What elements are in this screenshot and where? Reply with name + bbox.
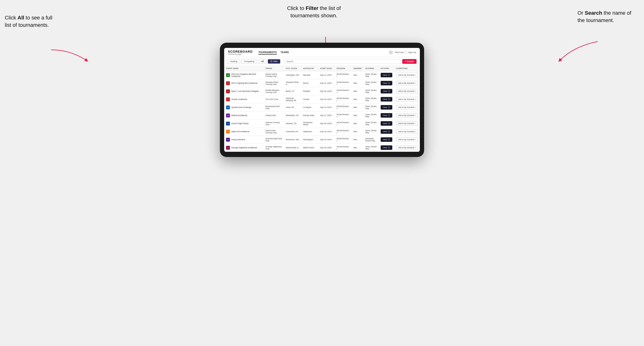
event-name: Temple Invitational: [231, 98, 247, 100]
competing-cell: Add to My Schedule +: [394, 128, 420, 136]
tab-hosting[interactable]: Hosting: [228, 59, 240, 64]
team-logo: W: [226, 138, 230, 142]
event-name-cell: F Ryan T. Lee Memorial Collegiate: [226, 89, 262, 93]
search-input[interactable]: [284, 59, 401, 64]
table-row: V Valpo Fall Invitational Sand Creek Cou…: [224, 128, 420, 136]
add-to-schedule-button[interactable]: Add to My Schedule +: [396, 145, 418, 150]
actions-cell: View ⓘ: [379, 103, 394, 111]
col-header-division: DIVISION: [335, 66, 352, 71]
actions-cell: View ⓘ: [379, 87, 394, 95]
actions-cell: View ⓘ: [379, 128, 394, 136]
venue-cell: Olympia Fields Country Club: [264, 79, 284, 87]
division-cell: NCAA Division I: [335, 111, 352, 120]
nav-teams[interactable]: TEAMS: [281, 50, 289, 54]
info-icon: ⓘ: [388, 106, 390, 109]
scoring-cell: Team, Stroke Play: [364, 144, 379, 152]
team-logo: W: [226, 114, 230, 117]
venue-cell: Chicago Highlands Club: [264, 144, 284, 152]
table-row: F Ryan T. Lee Memorial Collegiate Shuttl…: [224, 87, 420, 95]
actions-cell: View ⓘ: [379, 95, 394, 103]
scoring-cell: Team, Stroke Play: [364, 128, 379, 136]
table-row: I OFCC Fighting Illini Invitational Olym…: [224, 79, 420, 87]
table-header-row: EVENT NAME VENUE CITY, STATE HOSTED BY S…: [224, 66, 420, 71]
view-button[interactable]: View ⓘ: [381, 113, 392, 118]
city-cell: Huntington, WV: [284, 71, 301, 79]
city-cell: Victor, NY: [284, 103, 301, 111]
event-name: Upstate Dual Challenge: [231, 106, 252, 108]
city-cell: Bremerton, WA: [284, 136, 301, 144]
venue-cell: The 1912 Club: [264, 95, 284, 103]
event-name-cell: U Upstate Dual Challenge: [226, 106, 262, 109]
add-to-schedule-button[interactable]: Add to My Schedule +: [396, 137, 418, 142]
annotation-topleft: Click All to see a full list of tourname…: [5, 14, 57, 29]
add-to-schedule-button[interactable]: Add to My Schedule +: [396, 89, 418, 93]
view-button[interactable]: View ⓘ: [381, 105, 392, 110]
actions-cell: View ⓘ: [379, 79, 394, 87]
add-to-schedule-button[interactable]: Add to My Schedule +: [396, 121, 418, 126]
arrow-all: [51, 47, 92, 64]
start-date-cell: Sep 18, 2023: [318, 120, 335, 128]
hosted-by-cell: Kansas State: [301, 111, 318, 120]
competing-cell: Add to My Schedule +: [394, 111, 420, 120]
info-icon: ⓘ: [388, 74, 390, 76]
event-name-cell: V Valpo Fall Invitational: [226, 130, 262, 134]
scoring-cell: Team, Stroke Play: [364, 103, 379, 111]
city-cell: Olympia Fields, IL: [284, 79, 301, 87]
division-cell: NCAA Division I: [335, 79, 352, 87]
info-icon: ⓘ: [388, 146, 390, 149]
add-to-schedule-button[interactable]: Add to My Schedule +: [396, 105, 418, 110]
view-button[interactable]: View ⓘ: [381, 89, 392, 93]
add-to-schedule-button[interactable]: Add to My Schedule +: [396, 129, 418, 134]
create-button[interactable]: + Create: [402, 59, 416, 64]
filter-label: Filter: [273, 60, 278, 63]
add-to-schedule-button[interactable]: Add to My Schedule +: [396, 73, 418, 77]
division-cell: NCAA Division I: [335, 128, 352, 136]
division-cell: NCAA Division I: [335, 136, 352, 144]
add-to-schedule-button[interactable]: Add to My Schedule +: [396, 113, 418, 118]
event-name: Grover Page Classic: [231, 122, 248, 125]
view-button[interactable]: View ⓘ: [381, 145, 392, 150]
city-cell: Plymouth Meeting, PA: [284, 95, 301, 103]
sign-out-link[interactable]: Sign out: [408, 51, 416, 54]
actions-cell: View ⓘ: [379, 71, 394, 79]
view-button[interactable]: View ⓘ: [381, 121, 392, 126]
event-name-cell: V Grover Page Classic: [226, 122, 262, 126]
tab-competing[interactable]: Competing: [242, 59, 257, 64]
hosted-by-cell: Valparaiso: [301, 128, 318, 136]
col-header-venue: VENUE: [264, 66, 284, 71]
hosted-by-cell: Washington: [301, 136, 318, 144]
add-to-schedule-button[interactable]: Add to My Schedule +: [396, 81, 418, 85]
nav-tournaments[interactable]: TOURNAMENTS: [258, 50, 277, 54]
hosted-by-cell: Illinois: [301, 79, 318, 87]
start-date-cell: Sep 16, 2023: [318, 95, 335, 103]
venue-cell: Jackson Country Club: [264, 120, 284, 128]
col-header-scoring: SCORING: [364, 66, 379, 71]
view-button[interactable]: View ⓘ: [381, 73, 392, 77]
event-name-cell: W Wildcat Invitational: [226, 114, 262, 117]
view-button[interactable]: View ⓘ: [381, 81, 392, 85]
venue-cell: Sand Creek Country Club: [264, 128, 284, 136]
view-button[interactable]: View ⓘ: [381, 129, 392, 134]
table-row: V Grover Page Classic Jackson Country Cl…: [224, 120, 420, 128]
division-cell: NCAA Division I: [335, 87, 352, 95]
table-row: W Husky Individual Gold Mountain Golf Cl…: [224, 136, 420, 144]
city-cell: Jackson, TN: [284, 120, 301, 128]
start-date-cell: Sep 15, 2023: [318, 79, 335, 87]
gender-cell: Men: [352, 71, 364, 79]
gender-cell: Men: [352, 144, 364, 152]
filter-button[interactable]: ☰ Filter: [268, 59, 280, 64]
tab-all[interactable]: All: [258, 59, 266, 64]
info-icon: ⓘ: [388, 114, 390, 117]
team-logo: V: [226, 122, 230, 126]
hosted-by-cell: Fairfield: [301, 87, 318, 95]
add-to-schedule-button[interactable]: Add to My Schedule +: [396, 97, 418, 102]
view-button[interactable]: View ⓘ: [381, 97, 392, 102]
view-button[interactable]: View ⓘ: [381, 137, 392, 142]
col-header-city: CITY, STATE: [284, 66, 301, 71]
table-row: M 2023 Joe Feaganes Marshall Invitationa…: [224, 71, 420, 79]
gender-cell: Men: [352, 95, 364, 103]
annotation-topright: Or Search the name of the tournament.: [578, 9, 639, 24]
app-header: SCOREBOARD Powered by clippd TOURNAMENTS…: [224, 48, 420, 57]
venue-cell: Guyan Golf & Country Club: [264, 71, 284, 79]
scoring-cell: Team, Stroke Play: [364, 79, 379, 87]
